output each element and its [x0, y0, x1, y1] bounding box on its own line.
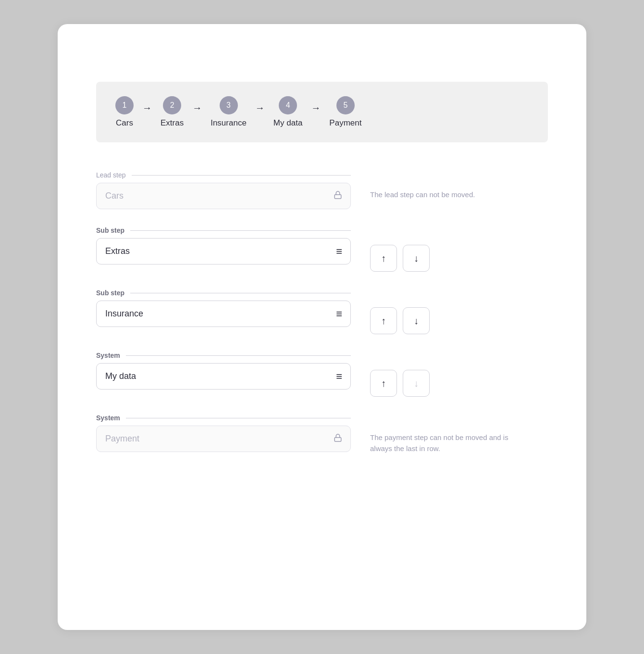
form-section-lead: Lead stepThe lead step can not be moved. — [96, 171, 548, 209]
label-line-lead — [132, 175, 351, 176]
up-button-sys1[interactable]: ↑ — [370, 370, 397, 397]
form-section-sub2: Sub step≡↑↓ — [96, 289, 548, 334]
down-button-sub1[interactable]: ↓ — [403, 245, 430, 272]
side-note-lead: The lead step can not be moved. — [370, 189, 475, 201]
form-row-sys1: System≡↑↓ — [96, 352, 548, 397]
step-circle-2: 2 — [163, 96, 181, 114]
step-label-4: My data — [273, 118, 302, 128]
input-wrapper-sys2 — [96, 426, 351, 452]
field-group-sys1: System≡ — [96, 352, 351, 390]
step-label-1: Cars — [116, 118, 133, 128]
step-arrow-3: → — [255, 102, 265, 113]
lock-icon-lead — [334, 190, 342, 201]
field-label-sys2: System — [96, 414, 126, 422]
step-item-extras: 2Extras — [161, 96, 184, 128]
step-item-cars: 1Cars — [115, 96, 134, 128]
label-line-sub2 — [130, 293, 351, 293]
step-item-insurance: 3Insurance — [211, 96, 247, 128]
down-button-sys1: ↓ — [403, 370, 430, 397]
form-section-sys1: System≡↑↓ — [96, 352, 548, 397]
menu-icon-sys1: ≡ — [336, 370, 342, 383]
step-sequence-bar: 1Cars→2Extras→3Insurance→4My data→5Payme… — [96, 82, 548, 142]
label-row-lead: Lead step — [96, 171, 351, 179]
label-line-sys2 — [126, 418, 351, 418]
form-row-sys2: SystemThe payment step can not be moved … — [96, 414, 548, 454]
action-buttons-sys1: ↑↓ — [370, 370, 430, 397]
form-row-lead: Lead stepThe lead step can not be moved. — [96, 171, 548, 209]
step-circle-1: 1 — [115, 96, 134, 114]
step-arrow-2: → — [192, 102, 202, 113]
step-circle-5: 5 — [336, 96, 355, 114]
input-wrapper-sub1: ≡ — [96, 238, 351, 264]
field-label-sub1: Sub step — [96, 226, 130, 234]
form-section-sub1: Sub step≡↑↓ — [96, 226, 548, 272]
label-line-sys1 — [126, 355, 351, 356]
svg-rect-0 — [334, 194, 341, 198]
step-arrow-4: → — [311, 102, 321, 113]
field-label-lead: Lead step — [96, 171, 132, 179]
label-row-sys1: System — [96, 352, 351, 359]
up-button-sub2[interactable]: ↑ — [370, 307, 397, 334]
action-buttons-sub2: ↑↓ — [370, 307, 430, 334]
main-card: 1Cars→2Extras→3Insurance→4My data→5Payme… — [58, 24, 586, 630]
input-sys1[interactable] — [96, 363, 351, 390]
field-group-sys2: System — [96, 414, 351, 452]
step-label-3: Insurance — [211, 118, 247, 128]
input-wrapper-sys1: ≡ — [96, 363, 351, 390]
down-button-sub2[interactable]: ↓ — [403, 307, 430, 334]
input-sub1[interactable] — [96, 238, 351, 264]
label-row-sys2: System — [96, 414, 351, 422]
field-group-sub2: Sub step≡ — [96, 289, 351, 327]
form-section-sys2: SystemThe payment step can not be moved … — [96, 414, 548, 454]
step-label-5: Payment — [329, 118, 361, 128]
input-wrapper-lead — [96, 183, 351, 209]
step-circle-3: 3 — [220, 96, 238, 114]
step-circle-4: 4 — [279, 96, 297, 114]
step-label-2: Extras — [161, 118, 184, 128]
step-item-my-data: 4My data — [273, 96, 302, 128]
step-arrow-1: → — [142, 102, 152, 113]
input-sub2[interactable] — [96, 301, 351, 327]
field-group-lead: Lead step — [96, 171, 351, 209]
input-wrapper-sub2: ≡ — [96, 301, 351, 327]
menu-icon-sub2: ≡ — [336, 308, 342, 320]
label-line-sub1 — [130, 230, 351, 231]
lock-icon-sys2 — [334, 433, 342, 444]
label-row-sub1: Sub step — [96, 226, 351, 234]
form-row-sub2: Sub step≡↑↓ — [96, 289, 548, 334]
menu-icon-sub1: ≡ — [336, 245, 342, 258]
field-label-sub2: Sub step — [96, 289, 130, 297]
field-label-sys1: System — [96, 352, 126, 359]
form-fields: Lead stepThe lead step can not be moved.… — [96, 171, 548, 454]
side-note-sys2: The payment step can not be moved and is… — [370, 432, 514, 454]
field-group-sub1: Sub step≡ — [96, 226, 351, 264]
action-buttons-sub1: ↑↓ — [370, 245, 430, 272]
label-row-sub2: Sub step — [96, 289, 351, 297]
input-lead — [96, 183, 351, 209]
form-row-sub1: Sub step≡↑↓ — [96, 226, 548, 272]
svg-rect-1 — [334, 437, 341, 441]
step-item-payment: 5Payment — [329, 96, 361, 128]
up-button-sub1[interactable]: ↑ — [370, 245, 397, 272]
input-sys2 — [96, 426, 351, 452]
